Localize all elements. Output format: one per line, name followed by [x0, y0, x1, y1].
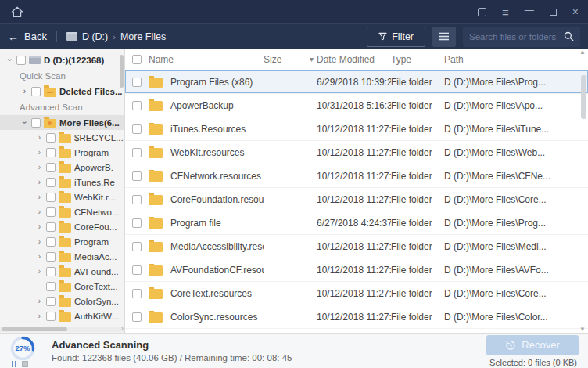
row-checkbox[interactable] — [132, 124, 142, 134]
tree-checkbox[interactable] — [31, 118, 41, 128]
tree-item[interactable]: › CFNetwo... — [0, 204, 124, 219]
breadcrumb-folder[interactable]: More Files — [120, 31, 166, 42]
table-row[interactable]: MediaAccessibility.resources 10/12/2018 … — [125, 235, 588, 258]
tree-item[interactable]: › WebKit.r... — [0, 189, 124, 204]
tree-checkbox[interactable] — [46, 207, 56, 217]
column-header-path[interactable]: Path — [444, 54, 588, 65]
column-header-type[interactable]: Type — [391, 54, 444, 65]
tree-caret-icon[interactable]: › — [36, 252, 43, 261]
table-row[interactable]: CoreText.resources 10/12/2018 11:27:... … — [125, 282, 588, 305]
select-all-checkbox[interactable] — [132, 55, 142, 64]
tree-checkbox[interactable] — [46, 237, 56, 247]
column-header-size[interactable]: Size ▾ — [264, 54, 317, 65]
tree-caret-icon[interactable]: › — [21, 87, 28, 96]
tree-item[interactable]: › Deleted Files... — [0, 84, 124, 99]
tree-caret-icon[interactable]: › — [36, 267, 43, 276]
table-row[interactable]: iTunes.Resources 10/12/2018 11:27:... Fi… — [125, 117, 588, 141]
table-row[interactable]: Program Files (x86) 6/29/2018 10:39:2...… — [125, 70, 588, 94]
row-checkbox[interactable] — [132, 101, 142, 110]
table-row[interactable]: ColorSync.resources 10/12/2018 11:27:...… — [125, 305, 588, 329]
stop-icon[interactable] — [22, 361, 28, 367]
table-scroll-down-icon[interactable]: ▼ — [579, 326, 586, 333]
tree-item[interactable]: › ApowerB. — [0, 160, 124, 175]
tree-caret-icon[interactable]: › — [36, 148, 43, 157]
tree-caret-icon[interactable]: › — [36, 297, 43, 305]
menu-icon[interactable]: ≡ — [502, 6, 509, 18]
tree-item[interactable]: › AuthKitW... — [0, 308, 124, 323]
tree-item[interactable]: › CoreFou... — [0, 219, 124, 234]
tree-item[interactable]: › CoreText... — [0, 279, 124, 294]
tree-item[interactable]: › iTunes.Re — [0, 175, 124, 189]
tree-item[interactable]: › $RECYCL... — [0, 130, 124, 145]
tree-checkbox[interactable] — [46, 297, 56, 306]
tree-item[interactable]: › AVFound... — [0, 264, 124, 279]
maximize-icon[interactable] — [550, 9, 557, 16]
tree-item[interactable]: › MediaAc... — [0, 249, 124, 264]
tree-caret-icon[interactable]: › — [36, 163, 43, 171]
tree-caret-icon[interactable]: › — [36, 133, 43, 142]
tree-checkbox[interactable] — [46, 163, 56, 172]
tree-item[interactable]: › Program — [0, 145, 124, 160]
tree-checkbox[interactable] — [46, 193, 56, 202]
file-type: File folder — [391, 77, 444, 88]
tree-caret-icon[interactable]: › — [36, 207, 43, 216]
minimize-icon[interactable]: — — [525, 5, 534, 15]
tree-checkbox[interactable] — [46, 312, 56, 321]
back-button[interactable]: ← Back — [8, 31, 47, 43]
tree-item[interactable]: › ColorSyn... — [0, 294, 124, 308]
close-icon[interactable]: × — [572, 6, 579, 17]
tree-checkbox[interactable] — [31, 87, 41, 96]
row-checkbox[interactable] — [132, 242, 142, 251]
tree-checkbox[interactable] — [46, 178, 56, 187]
row-checkbox[interactable] — [132, 289, 142, 298]
row-checkbox[interactable] — [132, 78, 142, 87]
sort-caret-icon[interactable]: ▾ — [310, 55, 314, 63]
tree-item[interactable]: › More Files(6... — [0, 115, 124, 130]
sidebar-hscroll-arrow-icon[interactable]: › — [121, 325, 124, 332]
tree-caret-icon[interactable]: › — [20, 119, 29, 126]
tree-caret-icon[interactable]: › — [36, 222, 43, 231]
filter-button[interactable]: Filter — [367, 27, 425, 47]
row-checkbox[interactable] — [132, 148, 142, 157]
table-vertical-scrollbar[interactable] — [581, 75, 586, 119]
table-row[interactable]: WebKit.resources 10/12/2018 11:27:... Fi… — [125, 141, 588, 164]
tree-checkbox[interactable] — [46, 133, 56, 143]
table-row[interactable]: ApowerBackup 10/31/2018 5:16:3... File f… — [125, 94, 588, 117]
column-header-name[interactable]: Name — [149, 54, 264, 65]
tree-caret-icon[interactable]: › — [5, 56, 14, 63]
sidebar-hscroll-thumb[interactable] — [2, 327, 67, 331]
tree-checkbox[interactable] — [46, 252, 56, 262]
sidebar-horizontal-scrollbar[interactable]: › — [0, 327, 124, 332]
row-checkbox[interactable] — [132, 312, 142, 322]
tree-caret-icon[interactable]: › — [36, 178, 43, 186]
tree-caret-icon[interactable]: › — [36, 237, 43, 246]
table-scroll-up-icon[interactable]: ▲ — [579, 49, 586, 56]
breadcrumb-drive[interactable]: D (D:) — [82, 31, 108, 42]
recover-button[interactable]: Recover — [486, 335, 579, 355]
table-row[interactable]: CFNetwork.resources 10/12/2018 11:27:...… — [125, 164, 588, 188]
tree-caret-icon[interactable]: › — [36, 193, 43, 201]
tree-checkbox[interactable] — [16, 56, 26, 65]
column-header-date[interactable]: Date Modified — [317, 54, 391, 65]
pause-icon[interactable] — [12, 361, 16, 367]
search-icon[interactable] — [564, 31, 574, 41]
tree-item[interactable]: › Program — [0, 234, 124, 249]
promo-icon[interactable] — [478, 8, 486, 16]
home-icon[interactable] — [9, 4, 25, 20]
table-row[interactable]: AVFoundationCF.resources 10/12/2018 11:2… — [125, 258, 588, 282]
view-mode-button[interactable] — [432, 27, 456, 47]
sidebar-vertical-scrollbar[interactable] — [120, 55, 124, 88]
row-checkbox[interactable] — [132, 218, 142, 228]
tree-checkbox[interactable] — [46, 282, 56, 291]
tree-checkbox[interactable] — [46, 148, 56, 157]
search-input[interactable] — [469, 32, 559, 41]
table-row[interactable]: CoreFoundation.resources 10/12/2018 11:2… — [125, 188, 588, 211]
tree-checkbox[interactable] — [46, 267, 56, 276]
tree-checkbox[interactable] — [46, 222, 56, 232]
row-checkbox[interactable] — [132, 195, 142, 204]
table-row[interactable]: Program file 6/27/2018 4:24:37 ... File … — [125, 211, 588, 235]
row-checkbox[interactable] — [132, 265, 142, 275]
tree-item[interactable]: › D (D:)(122368) — [0, 52, 124, 67]
row-checkbox[interactable] — [132, 171, 142, 181]
tree-caret-icon[interactable]: › — [36, 312, 43, 320]
